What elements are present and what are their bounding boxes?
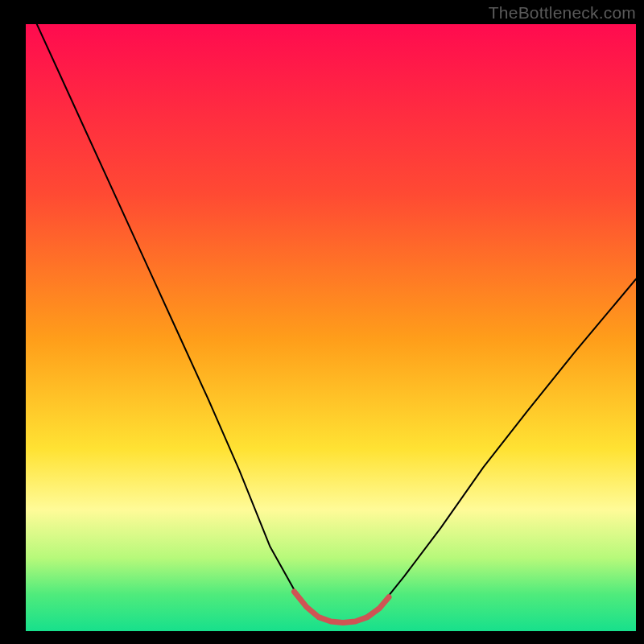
plot-background xyxy=(26,24,636,631)
bottleneck-chart xyxy=(0,0,644,644)
site-watermark: TheBottleneck.com xyxy=(489,3,636,23)
chart-frame: TheBottleneck.com xyxy=(0,0,644,644)
